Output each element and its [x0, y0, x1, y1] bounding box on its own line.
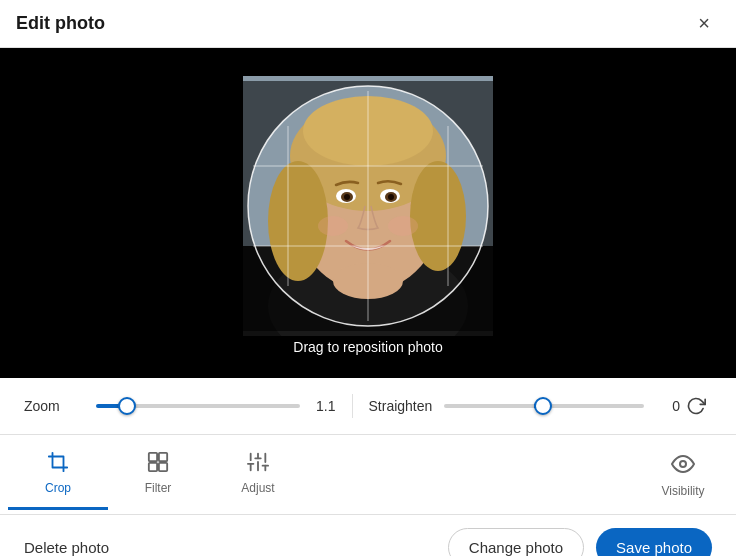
close-button[interactable]: ×: [688, 8, 720, 40]
zoom-value: 1.1: [312, 398, 336, 414]
svg-point-40: [680, 461, 686, 467]
crop-tool[interactable]: Crop: [8, 440, 108, 510]
svg-rect-28: [159, 453, 167, 461]
straighten-value: 0: [656, 398, 680, 414]
delete-photo-button[interactable]: Delete photo: [24, 531, 109, 557]
change-photo-button[interactable]: Change photo: [448, 528, 584, 557]
svg-rect-29: [149, 463, 157, 471]
svg-point-13: [344, 194, 350, 200]
svg-point-16: [388, 216, 418, 236]
svg-point-14: [388, 194, 394, 200]
dialog-title: Edit photo: [16, 13, 105, 34]
adjust-icon: [247, 451, 269, 477]
straighten-label: Straighten: [369, 398, 433, 414]
svg-point-8: [303, 96, 433, 166]
svg-rect-30: [159, 463, 167, 471]
reset-button[interactable]: [680, 390, 712, 422]
adjust-label: Adjust: [241, 481, 274, 495]
visibility-tool[interactable]: Visibility: [638, 440, 728, 510]
drag-reposition-label: Drag to reposition photo: [293, 339, 442, 355]
zoom-slider[interactable]: [96, 404, 300, 408]
crop-label: Crop: [45, 481, 71, 495]
zoom-label: Zoom: [24, 398, 84, 414]
dialog-footer: Delete photo Change photo Save photo: [0, 515, 736, 556]
photo-container[interactable]: [243, 81, 493, 331]
svg-point-15: [318, 216, 348, 236]
zoom-group: Zoom 1.1: [24, 398, 336, 414]
visibility-icon: [671, 452, 695, 480]
crop-icon: [47, 451, 69, 477]
filter-tool[interactable]: Filter: [108, 440, 208, 510]
zoom-thumb[interactable]: [118, 397, 136, 415]
visibility-label: Visibility: [661, 484, 704, 498]
svg-point-7: [410, 161, 466, 271]
adjust-tool[interactable]: Adjust: [208, 440, 308, 510]
photo-edit-area[interactable]: Drag to reposition photo: [0, 48, 736, 378]
svg-point-17: [333, 263, 403, 299]
photo-background: [243, 76, 493, 336]
tools-toolbar: Crop Filter: [0, 435, 736, 515]
straighten-group: Straighten 0: [369, 398, 681, 414]
save-photo-button[interactable]: Save photo: [596, 528, 712, 557]
slider-divider: [352, 394, 353, 418]
filter-label: Filter: [145, 481, 172, 495]
controls-area: Zoom 1.1 Straighten 0: [0, 378, 736, 435]
straighten-slider[interactable]: [444, 404, 644, 408]
straighten-thumb[interactable]: [534, 397, 552, 415]
footer-actions: Change photo Save photo: [448, 528, 712, 557]
dialog-header: Edit photo ×: [0, 0, 736, 48]
svg-point-6: [268, 161, 328, 281]
svg-rect-27: [149, 453, 157, 461]
reset-icon: [686, 396, 706, 416]
filter-icon: [147, 451, 169, 477]
